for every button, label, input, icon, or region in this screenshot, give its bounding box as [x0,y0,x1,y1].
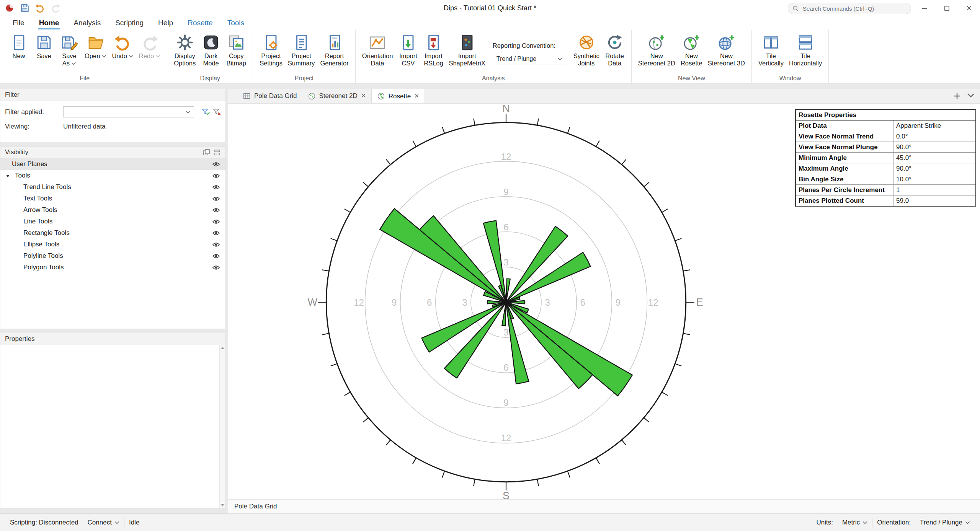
tile-horizontally-icon [797,34,814,51]
open-button[interactable]: Open [82,33,109,60]
quick-redo-icon[interactable] [51,3,60,13]
tick-mark [675,364,681,366]
undo-button[interactable]: Undo [109,33,136,60]
visibility-item-line-tools[interactable]: Line Tools [0,216,225,227]
clear-filter-icon[interactable] [213,108,221,116]
eye-icon[interactable] [212,229,220,237]
eye-icon[interactable] [212,160,220,168]
quick-undo-icon[interactable] [35,3,45,13]
tab-pole-data-grid[interactable]: Pole Data Grid [237,89,302,103]
new-stereonet-3d-icon [717,34,735,51]
synthetic-joints-button[interactable]: SyntheticJoints [571,33,602,68]
property-value[interactable]: 90.0° [893,142,976,153]
maximize-button[interactable] [936,0,958,16]
layers-icon[interactable] [214,149,221,156]
property-value[interactable]: Apparent Strike [893,121,976,131]
chevron-down-icon [155,55,160,58]
report-generator-button[interactable]: ReportGenerator [317,33,351,68]
eye-icon[interactable] [212,264,220,272]
status-connect[interactable]: Connect [83,514,124,531]
chevron-down-icon [71,62,76,65]
apply-filter-icon[interactable] [202,108,210,116]
visibility-item-arrow-tools[interactable]: Arrow Tools [0,204,225,216]
menu-file[interactable]: File [5,16,32,30]
copy-bitmap-button[interactable]: CopyBitmap [224,33,249,68]
rosette-view[interactable]: 33336666999912121212NESW Rosette Propert… [228,104,980,499]
menu-analysis[interactable]: Analysis [66,16,108,30]
property-value[interactable]: 59.0 [893,195,976,207]
eye-icon[interactable] [212,195,220,203]
close-tab-icon[interactable] [361,92,366,100]
property-value[interactable]: 1 [893,185,976,195]
tab-rosette[interactable]: Rosette [371,89,425,103]
new-tab-icon[interactable] [953,92,961,100]
eye-icon[interactable] [212,241,220,249]
filter-applied-select[interactable] [63,106,194,117]
visibility-item-ellipse-tools[interactable]: Ellipse Tools [0,239,225,250]
new-stereonet-3d-button[interactable]: NewStereonet 3D [705,33,748,68]
properties-panel: Properties [0,333,226,509]
import-rslog-button[interactable]: ImportRSLog [421,33,446,68]
menu-scripting[interactable]: Scripting [108,16,151,30]
status-scripting-disconnected: Scripting: Disconnected [5,514,83,531]
property-name: Minimum Angle [795,153,893,163]
status-metric[interactable]: Metric [838,514,872,531]
redo-button[interactable]: Redo [136,33,163,60]
tile-vertically-button[interactable]: TileVertically [756,33,786,68]
tick-mark [386,440,391,445]
property-value[interactable]: 45.0° [893,153,976,163]
visibility-item-polygon-tools[interactable]: Polygon Tools [0,262,225,273]
property-value[interactable]: 10.0° [893,174,976,185]
search-commands-box[interactable] [788,3,911,14]
eye-icon[interactable] [212,206,220,214]
menu-rosette[interactable]: Rosette [180,16,220,30]
expander-icon[interactable] [3,174,12,178]
import-shapemetrix-button[interactable]: ImportShapeMetriX [446,33,488,68]
property-name: View Face Normal Plunge [795,142,893,153]
tab-list-icon[interactable] [967,92,975,100]
new-stereonet-2d-button[interactable]: NewStereonet 2D [635,33,678,68]
tick-mark [363,182,368,187]
menu-help[interactable]: Help [151,16,180,30]
visibility-item-label: Polygon Tools [23,264,64,271]
tab-stereonet-2d[interactable]: Stereonet 2D [302,89,371,103]
import-csv-button[interactable]: ImportCSV [395,33,421,68]
reporting-convention-select[interactable]: Trend / Plunge [493,53,566,65]
visibility-item-user-planes[interactable]: User Planes [0,158,225,170]
tile-horizontally-button[interactable]: TileHorizontally [786,33,825,68]
eye-icon[interactable] [212,183,220,191]
property-value[interactable]: 90.0° [893,163,976,174]
visibility-item-polyline-tools[interactable]: Polyline Tools [0,250,225,262]
cascade-icon[interactable] [203,149,210,156]
status-trend-plunge[interactable]: Trend / Plunge [915,514,975,531]
app-window: Dips - Tutorial 01 Quick Start * FileHom… [0,0,980,531]
visibility-item-tools[interactable]: Tools [0,170,225,181]
visibility-item-trend-line-tools[interactable]: Trend Line Tools [0,181,225,193]
status-bar: Scripting: DisconnectedConnectIdle Units… [0,513,980,531]
save-button[interactable]: Save [31,33,57,60]
display-options-button[interactable]: DisplayOptions [171,33,198,68]
menu-home[interactable]: Home [32,16,67,30]
eye-icon[interactable] [212,218,220,226]
project-settings-button[interactable]: ProjectSettings [257,33,285,68]
dark-mode-button[interactable]: DarkMode [198,33,224,68]
new-button[interactable]: New [6,33,31,60]
search-input[interactable] [802,5,895,12]
property-value[interactable]: 0.0° [893,131,976,142]
visibility-item-text-tools[interactable]: Text Tools [0,193,225,204]
close-tab-icon[interactable] [414,93,419,100]
visibility-item-rectangle-tools[interactable]: Rectangle Tools [0,227,225,239]
properties-scrollbar[interactable] [219,345,225,508]
orientation-data-button[interactable]: OrientationData [359,33,396,68]
save-as-button[interactable]: SaveAs [57,33,82,68]
eye-icon[interactable] [212,172,220,180]
rotate-data-button[interactable]: RotateData [602,33,627,68]
minimize-button[interactable] [913,0,936,16]
eye-icon[interactable] [212,252,220,260]
project-summary-button[interactable]: ProjectSummary [285,33,318,68]
quick-save-icon[interactable] [20,3,30,13]
close-button[interactable] [958,0,980,16]
menu-tools[interactable]: Tools [220,16,252,30]
new-rosette-button[interactable]: NewRosette [678,33,705,68]
ribbon-group-window: TileVerticallyTileHorizontallyWindow [752,30,829,83]
